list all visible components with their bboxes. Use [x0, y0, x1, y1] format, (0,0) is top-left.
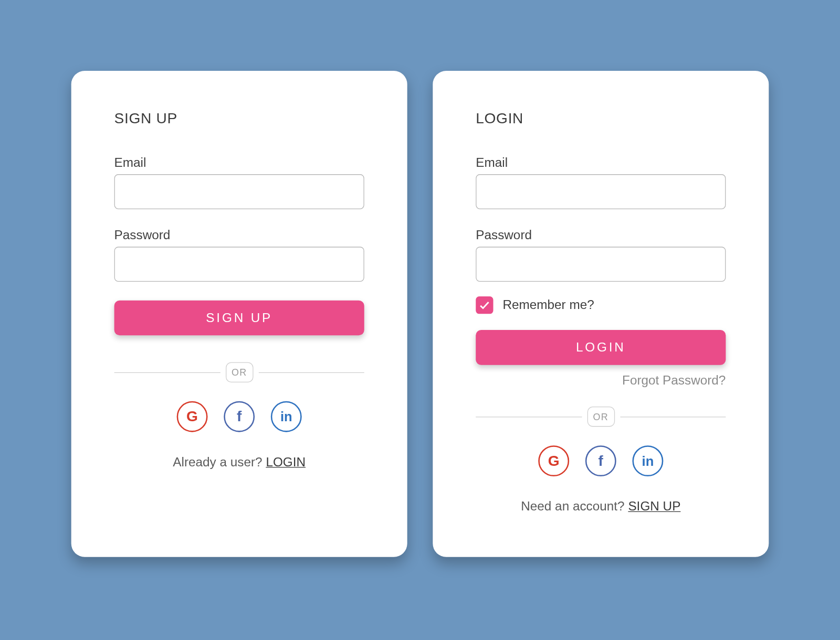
linkedin-login-button[interactable]: in	[632, 445, 663, 476]
login-email-label: Email	[476, 155, 726, 170]
signup-password-label: Password	[114, 228, 364, 243]
login-social-row: G f in	[476, 445, 726, 476]
login-divider: OR	[476, 407, 726, 426]
facebook-icon: f	[598, 452, 603, 470]
login-link[interactable]: LOGIN	[266, 455, 306, 469]
linkedin-login-button[interactable]: in	[271, 401, 302, 432]
google-icon: G	[548, 452, 560, 470]
signup-title: SIGN UP	[114, 110, 364, 127]
signup-password-input[interactable]	[114, 247, 364, 282]
facebook-login-button[interactable]: f	[224, 401, 255, 432]
google-login-button[interactable]: G	[177, 401, 208, 432]
divider-label: OR	[225, 362, 253, 382]
divider-line	[476, 417, 582, 417]
divider-line	[114, 372, 220, 372]
signup-footer: Already a user? LOGIN	[114, 455, 364, 470]
remember-row: Remember me?	[476, 296, 726, 314]
facebook-icon: f	[237, 408, 242, 425]
signup-link[interactable]: SIGN UP	[628, 499, 680, 514]
login-card: LOGIN Email Password Remember me? LOGIN …	[433, 71, 769, 557]
signup-divider: OR	[114, 362, 364, 382]
divider-line	[258, 372, 364, 372]
signup-footer-prompt: Already a user?	[173, 455, 266, 469]
google-icon: G	[186, 408, 198, 425]
check-icon	[478, 299, 490, 311]
signup-card: SIGN UP Email Password SIGN UP OR G f in…	[71, 71, 407, 557]
signup-email-input[interactable]	[114, 174, 364, 209]
login-footer: Need an account? SIGN UP	[476, 499, 726, 514]
login-footer-prompt: Need an account?	[521, 499, 628, 514]
google-login-button[interactable]: G	[538, 445, 569, 476]
login-title: LOGIN	[476, 110, 726, 127]
divider-label: OR	[587, 407, 614, 426]
forgot-password-link[interactable]: Forgot Password?	[476, 373, 726, 388]
login-password-label: Password	[476, 228, 726, 243]
signup-social-row: G f in	[114, 401, 364, 432]
login-email-input[interactable]	[476, 174, 726, 209]
linkedin-icon: in	[280, 409, 292, 424]
login-submit-button[interactable]: LOGIN	[476, 330, 726, 365]
signup-email-label: Email	[114, 155, 364, 170]
divider-line	[620, 417, 726, 417]
remember-checkbox[interactable]	[476, 296, 493, 314]
remember-label: Remember me?	[502, 298, 594, 313]
signup-submit-button[interactable]: SIGN UP	[114, 301, 364, 336]
facebook-login-button[interactable]: f	[585, 445, 616, 476]
linkedin-icon: in	[642, 453, 654, 468]
login-password-input[interactable]	[476, 247, 726, 282]
